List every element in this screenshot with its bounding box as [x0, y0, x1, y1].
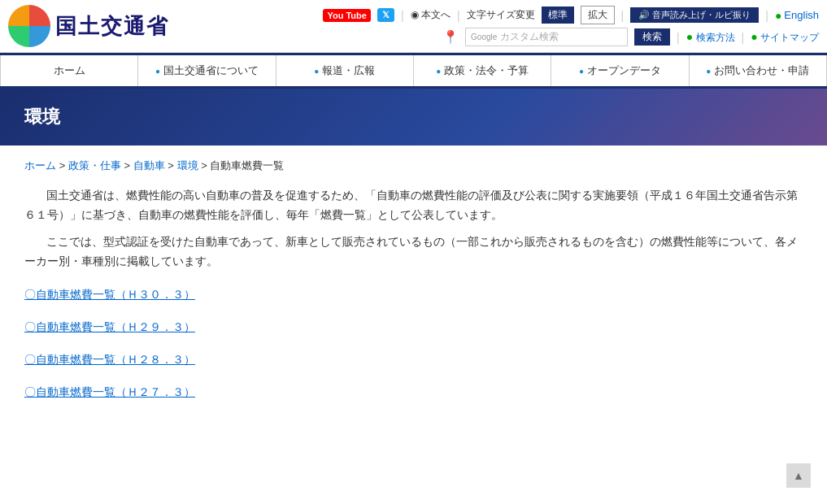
sitemap-dot: ● [751, 30, 757, 43]
english-dot: ● [775, 9, 781, 22]
fuel-link-h27[interactable]: 〇自動車燃費一覧（Ｈ２７．３） [24, 385, 195, 398]
searchmethod-dot: ● [686, 30, 693, 43]
breadcrumb-policy[interactable]: 政策・仕事 [68, 159, 121, 172]
breadcrumb-sep1: > [59, 159, 68, 172]
description-para2: ここでは、型式認証を受けた自動車であって、新車として販売されているもの（一部これ… [24, 232, 803, 272]
content-area: ホーム > 政策・仕事 > 自動車 > 環境 > 自動車燃費一覧 国土交通省は、… [0, 146, 827, 442]
location-pin-icon: 📍 [442, 29, 459, 45]
breadcrumb-sep2: > [124, 159, 133, 172]
nav-opendata[interactable]: ●オープンデータ [551, 55, 689, 86]
breadcrumb-current: 自動車燃費一覧 [210, 159, 284, 172]
fuel-link-h28[interactable]: 〇自動車燃費一覧（Ｈ２８．３） [24, 353, 195, 366]
fuel-list: 〇自動車燃費一覧（Ｈ３０．３） 〇自動車燃費一覧（Ｈ２９．３） 〇自動車燃費一覧… [24, 288, 803, 400]
breadcrumb-sep4: > [201, 159, 210, 172]
divider3: | [621, 9, 625, 22]
logo-text: 国土交通省 [55, 12, 169, 41]
list-item: 〇自動車燃費一覧（Ｈ２９．３） [24, 320, 803, 335]
logo-area: 国土交通省 [8, 5, 169, 47]
breadcrumb-env[interactable]: 環境 [177, 159, 198, 172]
divider2: | [457, 9, 460, 22]
honbun-link[interactable]: ◉ 本文へ [411, 8, 450, 22]
searchmethod-link[interactable]: ● 検索方法 [686, 30, 735, 45]
main-nav: ホーム ●国土交通省について ●報道・広報 ●政策・法令・予算 ●オープンデータ… [0, 53, 827, 89]
standard-btn[interactable]: 標準 [542, 7, 574, 24]
search-box: Google カスタム検索 [465, 28, 628, 46]
list-item: 〇自動車燃費一覧（Ｈ３０．３） [24, 288, 803, 302]
description-block: 国土交通省は、燃費性能の高い自動車の普及を促進するため、「自動車の燃費性能の評価… [24, 186, 803, 272]
list-item: 〇自動車燃費一覧（Ｈ２８．３） [24, 353, 803, 367]
search-input[interactable]: カスタム検索 [500, 30, 559, 44]
header-row1: You Tube 𝕏 | ◉ 本文へ | 文字サイズ変更 標準 拡大 | 🔊 音… [323, 6, 819, 24]
nav-news[interactable]: ●報道・広報 [276, 55, 414, 86]
sitemap-link[interactable]: ● サイトマップ [751, 30, 819, 45]
breadcrumb-sep3: > [168, 159, 176, 172]
breadcrumb-home[interactable]: ホーム [24, 159, 56, 172]
page-banner: 環境 [0, 89, 827, 146]
divider4: | [765, 9, 768, 22]
header-controls: You Tube 𝕏 | ◉ 本文へ | 文字サイズ変更 標準 拡大 | 🔊 音… [323, 6, 819, 46]
divider5: | [677, 31, 680, 44]
header-row2: 📍 Google カスタム検索 検索 | ● 検索方法 | ● サイトマップ [442, 28, 819, 46]
description-para1: 国土交通省は、燃費性能の高い自動車の普及を促進するため、「自動車の燃費性能の評価… [24, 186, 803, 226]
large-btn[interactable]: 拡大 [581, 6, 615, 24]
divider: | [401, 9, 404, 22]
list-item: 〇自動車燃費一覧（Ｈ２７．３） [24, 385, 803, 400]
breadcrumb: ホーム > 政策・仕事 > 自動車 > 環境 > 自動車燃費一覧 [24, 159, 803, 173]
google-label: Google [471, 33, 497, 41]
mojisize-label: 文字サイズ変更 [467, 8, 535, 22]
divider6: | [742, 31, 745, 44]
page-banner-title: 環境 [24, 105, 803, 129]
audio-btn[interactable]: 🔊 音声読み上げ・ルビ振り [630, 7, 759, 23]
youtube-badge[interactable]: You Tube [323, 9, 370, 22]
header: 国土交通省 You Tube 𝕏 | ◉ 本文へ | 文字サイズ変更 標準 拡大… [0, 0, 827, 53]
twitter-icon[interactable]: 𝕏 [377, 8, 394, 22]
fuel-link-h29[interactable]: 〇自動車燃費一覧（Ｈ２９．３） [24, 320, 195, 333]
logo-icon [8, 5, 50, 47]
nav-policy[interactable]: ●政策・法令・予算 [414, 55, 551, 86]
search-button[interactable]: 検索 [634, 28, 670, 46]
fuel-link-h30[interactable]: 〇自動車燃費一覧（Ｈ３０．３） [24, 288, 195, 301]
nav-home[interactable]: ホーム [0, 55, 138, 86]
english-link[interactable]: ● English [775, 9, 819, 22]
nav-contact[interactable]: ●お問い合わせ・申請 [690, 55, 827, 86]
nav-about[interactable]: ●国土交通省について [138, 55, 276, 86]
breadcrumb-auto[interactable]: 自動車 [133, 159, 165, 172]
